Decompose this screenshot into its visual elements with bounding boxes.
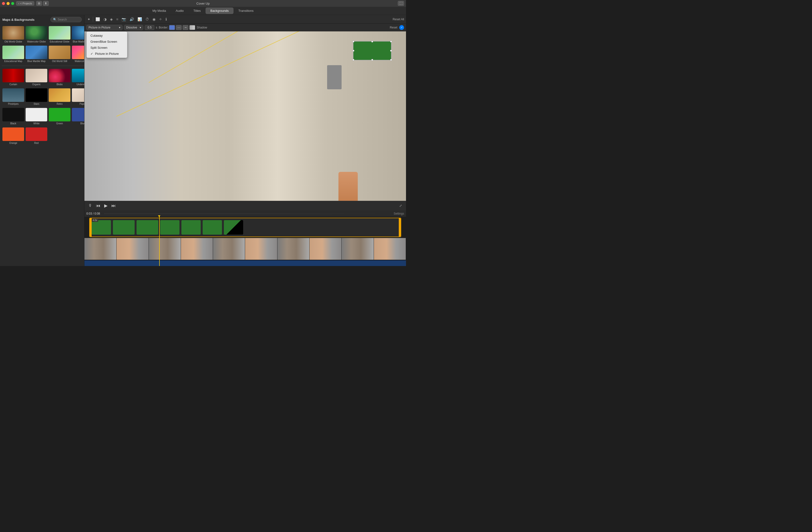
bg-item-curtain[interactable]: Curtain bbox=[2, 68, 25, 87]
magic-wand-icon[interactable]: ✦ bbox=[86, 16, 91, 23]
pip-handle-bl[interactable] bbox=[352, 59, 354, 61]
border-thick-btn[interactable]: ━ bbox=[183, 25, 188, 30]
bg-item-white[interactable]: White bbox=[25, 107, 48, 126]
pip-handle-mr[interactable] bbox=[390, 50, 392, 52]
settings-label[interactable]: Settings bbox=[394, 212, 404, 215]
dropdown-item-picture-in-picture[interactable]: ✓ Picture in Picture bbox=[87, 51, 127, 57]
camera-icon[interactable]: 📷 bbox=[121, 16, 127, 23]
reset-all-button[interactable]: Reset All bbox=[393, 18, 404, 21]
dropdown-item-cutaway[interactable]: Cutaway bbox=[87, 32, 127, 39]
pip-clip-2[interactable] bbox=[113, 220, 135, 235]
play-pause-button[interactable]: ▶ bbox=[104, 203, 107, 208]
time-display: 0:03 / 0:08 bbox=[86, 212, 100, 215]
pip-clip-6[interactable] bbox=[203, 220, 222, 235]
tab-audio[interactable]: Audio bbox=[171, 8, 188, 14]
projects-button[interactable]: ‹ < Projects bbox=[16, 1, 34, 5]
bg-label-educational-globe: Educational Globe bbox=[50, 40, 70, 43]
bg-item-blue[interactable]: Blue bbox=[71, 107, 84, 126]
pip-handle-ml[interactable] bbox=[352, 50, 354, 52]
pip-clip-7[interactable] bbox=[224, 220, 243, 235]
bg-item-educational-map[interactable]: Educational Map bbox=[2, 45, 25, 64]
transform-icon[interactable]: ⌗ bbox=[115, 16, 119, 23]
window-title: Cover Up bbox=[197, 2, 209, 5]
reset-button[interactable]: Reset bbox=[390, 26, 397, 29]
confirm-button[interactable]: ✓ bbox=[399, 25, 404, 30]
import-button[interactable]: ⬇ bbox=[43, 1, 49, 6]
pip-overlay[interactable] bbox=[353, 41, 392, 60]
bg-label-organic: Organic bbox=[32, 83, 41, 86]
pip-handle-tm[interactable] bbox=[371, 41, 373, 42]
crop-icon[interactable]: ⬜ bbox=[95, 16, 101, 23]
info-icon[interactable]: ℹ bbox=[164, 16, 168, 23]
pip-handle-tr[interactable] bbox=[390, 41, 392, 42]
dropdown-chevron-icon: ▾ bbox=[119, 26, 120, 29]
bg-item-watercolor-still[interactable]: Watercolor Still bbox=[71, 45, 84, 64]
bg-item-black[interactable]: Black bbox=[2, 107, 25, 126]
bg-item-blobs[interactable]: Blobs bbox=[48, 68, 71, 87]
duration-input[interactable] bbox=[145, 25, 155, 30]
pip-handle-tl[interactable] bbox=[352, 41, 354, 42]
grid-view-button[interactable]: ⊞ bbox=[36, 1, 42, 6]
bg-item-paper[interactable]: Paper bbox=[71, 87, 84, 107]
bg-item-old-world-globe[interactable]: Old World Globe bbox=[2, 25, 25, 44]
effect-type-label: Picture in Picture bbox=[88, 26, 111, 29]
pip-track[interactable]: 4.0s bbox=[89, 218, 401, 237]
bg-label-curtain: Curtain bbox=[10, 83, 17, 86]
filter-icon[interactable]: ◈ bbox=[109, 16, 114, 23]
bg-item-orange[interactable]: Orange bbox=[2, 126, 25, 145]
bg-item-educational-globe[interactable]: Educational Globe bbox=[48, 25, 71, 44]
color-icon[interactable]: ◑ bbox=[103, 16, 107, 23]
backgrounds-scroll[interactable]: Old World Globe Watercolor Globe Educati… bbox=[0, 24, 84, 266]
bg-item-stars[interactable]: Stars bbox=[25, 87, 48, 107]
microphone-icon[interactable]: 🎙 bbox=[88, 204, 92, 208]
border-thin-btn[interactable]: — bbox=[176, 25, 182, 30]
tab-my-media[interactable]: My Media bbox=[148, 8, 171, 14]
denoise-icon[interactable]: ✧ bbox=[158, 16, 163, 23]
bg-label-educational-map: Educational Map bbox=[4, 60, 23, 63]
shadow-label: Shadow bbox=[197, 26, 207, 29]
expand-button[interactable]: ⤢ bbox=[399, 204, 402, 208]
border-style-btn[interactable] bbox=[189, 25, 195, 30]
track-handle-right[interactable] bbox=[399, 218, 401, 237]
dropdown-item-green-blue-screen[interactable]: Green/Blue Screen bbox=[87, 39, 127, 45]
playhead[interactable] bbox=[159, 217, 160, 266]
speed-icon[interactable]: ⏱ bbox=[145, 16, 150, 22]
effect-type-dropdown[interactable]: Picture in Picture ▾ bbox=[86, 25, 122, 30]
bg-item-retro[interactable]: Retro bbox=[48, 87, 71, 107]
pip-handle-br[interactable] bbox=[390, 59, 392, 61]
bg-item-red[interactable]: Red bbox=[25, 126, 48, 145]
pip-handle-bm[interactable] bbox=[371, 59, 373, 61]
pip-clip-5[interactable] bbox=[182, 220, 201, 235]
tab-backgrounds[interactable]: Backgrounds bbox=[205, 8, 233, 14]
bg-label-stars: Stars bbox=[33, 102, 39, 106]
zoom-button[interactable] bbox=[11, 2, 14, 5]
bg-item-blue-marble-globe[interactable]: Blue Marble Globe bbox=[71, 25, 84, 44]
close-button[interactable] bbox=[2, 2, 5, 5]
go-to-start-button[interactable]: ⏮ bbox=[96, 203, 100, 208]
pip-clip-4[interactable] bbox=[160, 220, 179, 235]
border-color-btn[interactable] bbox=[169, 25, 175, 30]
bg-item-green[interactable]: Green bbox=[48, 107, 71, 126]
fullscreen-button[interactable]: ⛶ bbox=[398, 1, 404, 6]
stabilize-icon[interactable]: ◉ bbox=[151, 16, 157, 23]
bg-item-watercolor-globe[interactable]: Watercolor Globe bbox=[25, 25, 48, 44]
audio-icon[interactable]: 🔊 bbox=[129, 16, 135, 23]
minimize-button[interactable] bbox=[6, 2, 10, 5]
bg-item-pinstripes[interactable]: Pinstripes bbox=[2, 87, 25, 107]
tab-titles[interactable]: Titles bbox=[189, 8, 206, 14]
chart-icon[interactable]: 📊 bbox=[136, 16, 143, 23]
bg-item-organic[interactable]: Organic bbox=[25, 68, 48, 87]
pip-clip-3[interactable] bbox=[136, 220, 158, 235]
track-handle-left[interactable] bbox=[90, 218, 92, 237]
dropdown-item-split-screen[interactable]: Split Screen bbox=[87, 45, 127, 51]
tab-transitions[interactable]: Transitions bbox=[233, 8, 258, 14]
bg-item-blue-marble-map[interactable]: Blue Marble Map bbox=[25, 45, 48, 64]
go-to-end-button[interactable]: ⏭ bbox=[112, 203, 116, 208]
dissolve-dropdown[interactable]: Dissolve ▾ bbox=[124, 25, 143, 30]
search-box[interactable]: 🔍 Search bbox=[50, 17, 82, 22]
bg-item-underwater[interactable]: Underwater bbox=[71, 68, 84, 87]
title-bar: ‹ < Projects ⊞ ⬇ Cover Up ⛶ bbox=[0, 0, 406, 7]
bg-thumb-white bbox=[26, 108, 47, 122]
pip-clip-1[interactable] bbox=[92, 220, 111, 235]
bg-item-old-world-still[interactable]: Old World Still bbox=[48, 45, 71, 64]
